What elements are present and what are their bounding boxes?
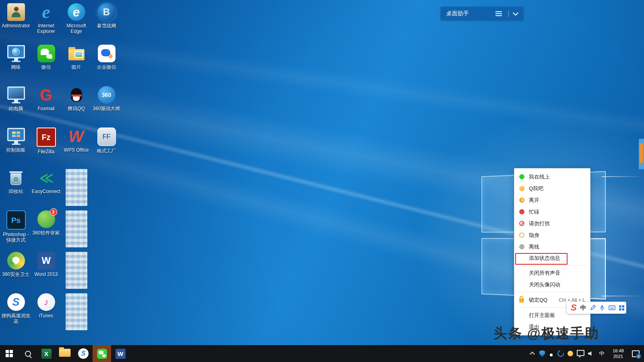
offline-status-icon: [519, 244, 524, 249]
taskbar-app-file-explorer[interactable]: [56, 345, 74, 362]
menu-item-mute-all[interactable]: 关闭所有声音: [514, 267, 590, 279]
start-button[interactable]: [0, 345, 19, 362]
tray-expand-button[interactable]: [528, 351, 536, 356]
chevron-down-icon[interactable]: [513, 10, 518, 15]
menu-item-online[interactable]: 我在线上: [514, 171, 590, 183]
desktop-icon-itunes[interactable]: ♪ iTunes: [31, 292, 61, 333]
itunes-icon: ♪: [37, 293, 55, 311]
assistant-edge-handle[interactable]: [640, 143, 643, 163]
penguin-icon: [71, 88, 82, 102]
desktop-icon-word[interactable]: W Word 2013: [31, 250, 61, 292]
driver-glyph: 360: [102, 92, 111, 98]
desktop-icon-format-factory[interactable]: FF 格式工厂: [91, 126, 122, 167]
desktop-icon-easyconnect[interactable]: ≪ EasyConnect: [31, 167, 61, 209]
photoshop-icon: Ps: [6, 210, 26, 230]
desktop-icon-label: Photoshop - 快捷方式: [1, 232, 31, 243]
wallpaper-light-line: [602, 176, 644, 177]
desktop-icon-360-safe[interactable]: 360安全卫士: [1, 250, 31, 292]
ime-mode-indicator[interactable]: 中: [580, 304, 586, 312]
security-shield-icon[interactable]: [539, 350, 545, 357]
wallpaper-light-line: [602, 296, 644, 296]
desktop-assistant-bar[interactable]: 桌面助手: [441, 7, 523, 20]
desktop-icon-photoshop[interactable]: Ps Photoshop - 快捷方式: [1, 209, 31, 250]
menu-item-label: 添加状态信息: [529, 255, 585, 262]
desktop-icon-internet-explorer[interactable]: e Internet Explorer: [31, 2, 61, 43]
system-tray: 中 16:48 2021 2: [525, 345, 644, 362]
search-button[interactable]: [19, 345, 37, 362]
menu-item-label: 离线: [529, 243, 585, 251]
desktop-icon-wechat[interactable]: 微信: [31, 43, 61, 84]
menu-item-dnd[interactable]: 请勿打扰: [514, 218, 590, 229]
desktop-icon-label: Administrator: [2, 23, 30, 29]
taskbar-app-excel[interactable]: X: [37, 345, 56, 362]
desktop-icon-this-pc[interactable]: 此电脑: [1, 84, 31, 126]
menu-item-away[interactable]: 离开: [514, 194, 590, 206]
desktop-icon-qq[interactable]: 腾讯QQ: [61, 84, 91, 126]
foxmail-icon: G: [37, 86, 55, 104]
desktop-icon-360-software-manager[interactable]: 2 360软件管家: [31, 209, 61, 250]
watermark-text: 头条 @极速手助: [493, 324, 599, 343]
ime-indicator[interactable]: 中: [597, 350, 606, 357]
network-icon[interactable]: [577, 350, 584, 356]
administrator-icon: [7, 3, 25, 21]
desktop-icon-foxmail[interactable]: G Foxmail: [31, 84, 61, 126]
desktop-icon-administrator[interactable]: Administrator: [1, 2, 31, 43]
desktop-icon-360-driver[interactable]: 360 360驱动大师: [91, 84, 122, 126]
desktop-icon-battlenet[interactable]: B 暴雪战网: [91, 2, 122, 43]
ie-glyph: e: [42, 3, 50, 21]
menu-item-busy[interactable]: 忙碌: [514, 206, 590, 218]
qq-tray-icon[interactable]: [549, 351, 554, 357]
hamburger-menu-icon[interactable]: [495, 13, 502, 14]
menu-item-label: 关闭头像闪动: [529, 281, 585, 288]
this-pc-icon: [7, 86, 25, 104]
desktop-icon-network[interactable]: 网络: [1, 43, 31, 84]
desktop-icon-label: 360驱动大师: [93, 106, 120, 111]
menu-item-label: 忙碌: [529, 208, 585, 216]
menu-item-qme[interactable]: Q我吧: [514, 183, 590, 194]
desktop-icon-wps-office[interactable]: W WPS Office: [61, 126, 91, 167]
action-center-button[interactable]: 2: [630, 349, 641, 358]
menu-item-invisible[interactable]: 隐身: [514, 229, 590, 241]
desktop-icon-recycle-bin[interactable]: ♻ 回收站: [1, 167, 31, 209]
sync-icon[interactable]: [556, 349, 565, 358]
volume-icon[interactable]: [588, 351, 594, 356]
desktop-icon-sogou-browser[interactable]: S 搜狗高速浏览器: [1, 292, 31, 333]
taskbar-app-wechat[interactable]: [93, 345, 111, 362]
mic-icon[interactable]: [599, 305, 605, 311]
handwriting-pen-icon[interactable]: [590, 305, 596, 311]
desktop-icon-label: 企业微信: [97, 64, 116, 70]
keyboard-icon[interactable]: [609, 305, 615, 310]
globe-icon: [12, 48, 20, 56]
toolbox-grid-icon[interactable]: [619, 305, 624, 311]
censored-icon: [66, 252, 87, 289]
sogou-input-toolbar[interactable]: S 中: [567, 302, 626, 314]
busy-status-icon: [519, 209, 524, 214]
antivirus-tray-icon[interactable]: [568, 351, 573, 356]
desktop-icon-grid: Administrator e Internet Explorer e Micr…: [1, 2, 122, 333]
menu-item-add-status[interactable]: 添加状态信息: [514, 253, 590, 263]
foxmail-glyph: G: [40, 87, 52, 103]
wechat-icon: [37, 45, 55, 62]
menu-item-stop-avatar-flash[interactable]: 关闭头像闪动: [514, 279, 590, 290]
desktop-icon-pictures[interactable]: 图片: [61, 43, 91, 84]
desktop-icon-microsoft-edge[interactable]: e Microsoft Edge: [61, 2, 91, 43]
taskbar-app-word[interactable]: W: [111, 345, 130, 362]
assistant-title: 桌面助手: [441, 10, 495, 17]
sogou-logo-icon[interactable]: S: [571, 303, 577, 312]
desktop-icon-filezilla[interactable]: Fz FileZilla: [31, 126, 61, 167]
clock[interactable]: 16:48 2021: [610, 348, 627, 360]
taskbar: X S W 中 16:48 2021: [0, 345, 644, 362]
taskbar-app-sogou-browser[interactable]: S: [74, 345, 93, 362]
away-status-icon: [519, 197, 524, 203]
desktop-icon-control-panel[interactable]: 控制面板: [1, 126, 31, 167]
taskbar-spacer: [130, 345, 525, 362]
menu-item-offline[interactable]: 离线: [514, 241, 590, 253]
desktop-icon-label: WPS Office: [64, 147, 89, 153]
sogou-browser-icon: S: [7, 293, 25, 311]
desktop-icon-wecom[interactable]: 企业微信: [91, 43, 122, 84]
desktop-icon-label: Microsoft Edge: [62, 23, 91, 35]
excel-icon: X: [41, 349, 52, 359]
easyconnect-glyph: ≪: [39, 171, 53, 185]
shield-icon: [12, 257, 19, 265]
wps-glyph: W: [69, 128, 84, 144]
